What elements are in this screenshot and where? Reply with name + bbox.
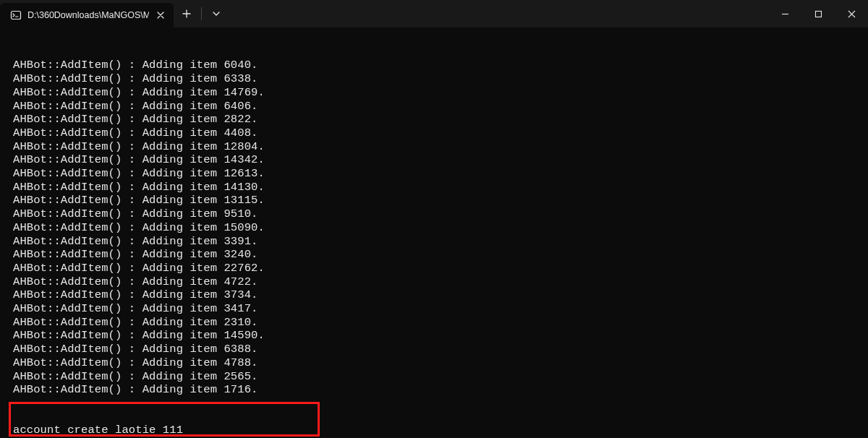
terminal-output[interactable]: AHBot::AddItem() : Adding item 6040.AHBo… bbox=[0, 27, 868, 438]
output-line: AHBot::AddItem() : Adding item 6388. bbox=[13, 343, 868, 356]
svg-rect-3 bbox=[815, 11, 821, 17]
output-line: AHBot::AddItem() : Adding item 4722. bbox=[13, 275, 868, 289]
output-line: AHBot::AddItem() : Adding item 14590. bbox=[13, 329, 868, 343]
close-tab-icon[interactable] bbox=[155, 9, 166, 21]
output-line: AHBot::AddItem() : Adding item 12613. bbox=[13, 167, 868, 181]
titlebar: D:\360Downloads\MaNGOS\M bbox=[0, 0, 868, 27]
minimize-button[interactable] bbox=[768, 0, 801, 27]
new-tab-button[interactable] bbox=[174, 0, 200, 27]
close-window-button[interactable] bbox=[835, 0, 868, 27]
output-line: AHBot::AddItem() : Adding item 2310. bbox=[13, 316, 868, 330]
output-line: AHBot::AddItem() : Adding item 4788. bbox=[13, 356, 868, 370]
output-line: AHBot::AddItem() : Adding item 4408. bbox=[13, 126, 868, 140]
output-line: AHBot::AddItem() : Adding item 6040. bbox=[13, 59, 868, 72]
output-line: AHBot::AddItem() : Adding item 3417. bbox=[13, 302, 868, 316]
separator bbox=[201, 7, 202, 20]
output-line: AHBot::AddItem() : Adding item 14769. bbox=[13, 86, 868, 100]
output-line: AHBot::AddItem() : Adding item 12804. bbox=[13, 140, 868, 154]
titlebar-drag-area[interactable] bbox=[229, 0, 768, 27]
output-line: AHBot::AddItem() : Adding item 3734. bbox=[13, 288, 868, 302]
output-line: AHBot::AddItem() : Adding item 2565. bbox=[13, 370, 868, 384]
tab-dropdown-button[interactable] bbox=[203, 0, 229, 27]
window-controls bbox=[768, 0, 868, 27]
output-line: AHBot::AddItem() : Adding item 6406. bbox=[13, 100, 868, 113]
maximize-button[interactable] bbox=[801, 0, 835, 27]
output-line: AHBot::AddItem() : Adding item 14342. bbox=[13, 153, 868, 167]
output-line: AHBot::AddItem() : Adding item 6338. bbox=[13, 72, 868, 86]
tab-title: D:\360Downloads\MaNGOS\M bbox=[27, 10, 149, 20]
output-line: AHBot::AddItem() : Adding item 14130. bbox=[13, 181, 868, 194]
output-line: AHBot::AddItem() : Adding item 3240. bbox=[13, 248, 868, 262]
output-line: AHBot::AddItem() : Adding item 9510. bbox=[13, 207, 868, 221]
terminal-tab[interactable]: D:\360Downloads\MaNGOS\M bbox=[0, 3, 174, 27]
output-line: AHBot::AddItem() : Adding item 3391. bbox=[13, 235, 868, 249]
terminal-icon bbox=[10, 9, 22, 21]
output-line: AHBot::AddItem() : Adding item 15090. bbox=[13, 221, 868, 235]
svg-rect-0 bbox=[12, 12, 21, 20]
output-line: AHBot::AddItem() : Adding item 1716. bbox=[13, 383, 868, 397]
output-line: AHBot::AddItem() : Adding item 22762. bbox=[13, 262, 868, 275]
output-line: AHBot::AddItem() : Adding item 2822. bbox=[13, 113, 868, 126]
output-line: AHBot::AddItem() : Adding item 13115. bbox=[13, 194, 868, 207]
command-line: account create laotie 111 bbox=[13, 424, 868, 437]
